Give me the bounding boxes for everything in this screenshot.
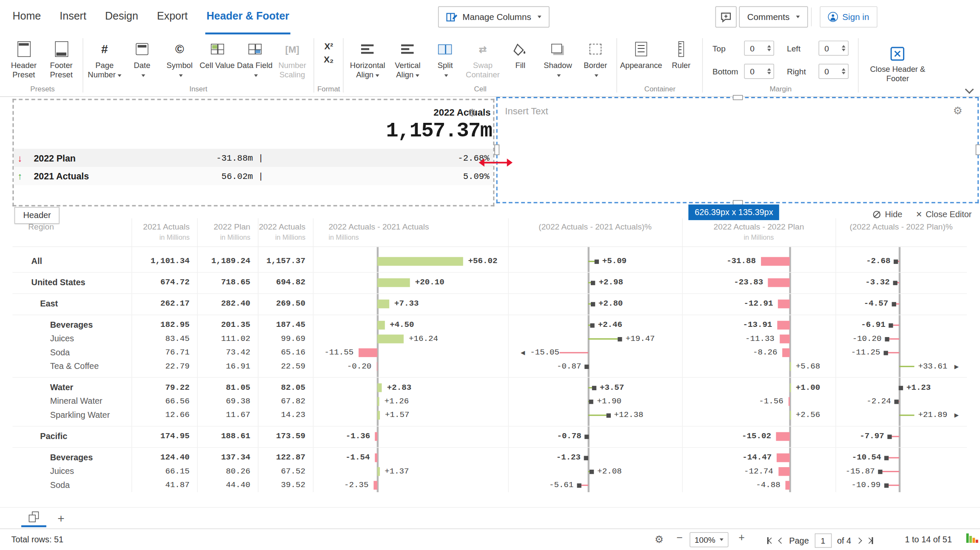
bar-cell-var_abs: -1.54 bbox=[313, 451, 508, 465]
stepper-down-icon[interactable] bbox=[842, 49, 846, 51]
insert-text-placeholder[interactable]: Insert Text bbox=[505, 106, 548, 116]
tab-home[interactable]: Home bbox=[11, 0, 42, 34]
stepper-up-icon[interactable] bbox=[842, 68, 846, 71]
swap-container-button[interactable]: ⇄ Swap Container bbox=[464, 36, 501, 80]
header-text-container[interactable]: Insert Text ⚙ bbox=[496, 97, 979, 203]
value-cell-a2022: 122.87 bbox=[258, 451, 313, 465]
margin-top-stepper[interactable]: Top 0 bbox=[712, 41, 775, 56]
table-row-east[interactable]: East262.17282.40269.50+7.33+2.80-12.91-4… bbox=[12, 297, 967, 311]
cell-value-button[interactable]: Cell Value bbox=[199, 36, 235, 71]
chevron-down-icon bbox=[796, 16, 800, 18]
text-settings-gear-icon[interactable]: ⚙ bbox=[953, 106, 962, 116]
zoom-in-button[interactable]: + bbox=[738, 532, 745, 544]
column-header-var_pct[interactable]: (2022 Actuals - 2021 Actuals)% bbox=[508, 210, 682, 247]
hide-button[interactable]: Hide bbox=[872, 210, 902, 219]
shadow-button[interactable]: Shadow bbox=[540, 36, 576, 80]
close-header-footer-button[interactable]: Close Header & Footer bbox=[859, 34, 936, 96]
manage-columns-button[interactable]: Manage Columns bbox=[438, 6, 550, 28]
horizontal-align-button[interactable]: Horizontal Align bbox=[347, 36, 388, 80]
tab-export[interactable]: Export bbox=[156, 0, 189, 34]
split-button[interactable]: Split bbox=[427, 36, 463, 80]
stepper-down-icon[interactable] bbox=[767, 49, 771, 51]
fill-button[interactable]: Fill bbox=[502, 36, 538, 71]
number-scaling-button[interactable]: [M] Number Scaling bbox=[274, 36, 310, 80]
table-row-all[interactable]: All1,101.341,189.241,157.37+56.02+5.09-3… bbox=[12, 255, 967, 268]
bar-cell-pvar_abs: -15.02 bbox=[682, 430, 835, 443]
table-row-pacific[interactable]: Pacific174.95188.61173.59-1.36-0.78-15.0… bbox=[12, 430, 967, 443]
tab-insert[interactable]: Insert bbox=[58, 0, 87, 34]
table-row-soda[interactable]: Soda41.8744.4039.52-2.35-5.61-4.88-10.99 bbox=[12, 479, 967, 492]
tab-design[interactable]: Design bbox=[104, 0, 140, 34]
settings-gear-icon[interactable]: ⚙ bbox=[655, 533, 664, 545]
border-button[interactable]: Border bbox=[577, 36, 613, 80]
table-row-water[interactable]: Water79.2281.0582.05+2.83+3.57+1.00+1.23 bbox=[12, 381, 967, 394]
add-sheet-button[interactable]: + bbox=[57, 512, 64, 525]
header-kpi-container[interactable]: ⚙ 2022 Actuals 1,157.37m ↓2022 Plan-31.8… bbox=[12, 99, 494, 206]
next-page-button[interactable] bbox=[857, 536, 861, 545]
stepper-down-icon[interactable] bbox=[842, 72, 846, 75]
superscript-button[interactable]: X² bbox=[319, 41, 338, 51]
value-cell-p2022: 188.61 bbox=[197, 430, 258, 443]
value-cell-a2022: 99.69 bbox=[258, 332, 313, 346]
first-page-button[interactable] bbox=[767, 536, 774, 545]
vertical-align-button[interactable]: Vertical Align bbox=[390, 36, 426, 80]
table-row-sparkling-water[interactable]: Sparkling Water12.6611.6714.23+1.57+12.3… bbox=[12, 408, 967, 422]
stepper-down-icon[interactable] bbox=[767, 72, 771, 75]
add-comment-button[interactable] bbox=[715, 6, 737, 28]
page-label: Page bbox=[789, 536, 809, 545]
column-header-a2022[interactable]: 2022 Actualsin Millions bbox=[258, 210, 313, 247]
resize-handle-right[interactable] bbox=[976, 145, 980, 155]
stepper-up-icon[interactable] bbox=[767, 45, 771, 48]
kpi-settings-gear-icon[interactable]: ⚙ bbox=[467, 108, 477, 118]
zoom-out-button[interactable]: − bbox=[676, 532, 683, 544]
ribbon: Header Preset Footer Preset Presets # Pa… bbox=[0, 34, 980, 97]
header-preset-button[interactable]: Header Preset bbox=[6, 36, 42, 80]
bar-cell-var_abs: +1.37 bbox=[313, 465, 508, 478]
table-row-beverages[interactable]: Beverages124.40137.34122.87-1.54-1.23-14… bbox=[12, 451, 967, 465]
page-number-input[interactable]: 1 bbox=[815, 533, 832, 548]
margin-right-stepper[interactable]: Right 0 bbox=[787, 64, 849, 79]
previous-page-button[interactable] bbox=[779, 536, 783, 545]
stepper-up-icon[interactable] bbox=[767, 68, 771, 71]
table-row-soda[interactable]: Soda76.7173.4265.16-11.55◀-15.05-8.26-11… bbox=[12, 346, 967, 360]
column-header-a2021[interactable]: 2021 Actualsin Millions bbox=[131, 210, 197, 247]
table-row-mineral-water[interactable]: Mineral Water66.5669.3867.82+1.26+1.90-1… bbox=[12, 394, 967, 408]
chevron-down-icon bbox=[557, 74, 561, 77]
table-row-united-states[interactable]: United States674.72718.65694.82+20.10+2.… bbox=[12, 276, 967, 289]
stepper-up-icon[interactable] bbox=[842, 45, 846, 48]
resize-handle-top[interactable] bbox=[732, 95, 743, 100]
ruler-button[interactable]: Ruler bbox=[663, 36, 699, 71]
resize-handle-left[interactable] bbox=[494, 145, 499, 155]
table-row-juices[interactable]: Juices66.1580.2667.52+1.37+2.08-12.74-15… bbox=[12, 465, 967, 478]
table-row-beverages[interactable]: Beverages182.95201.35187.45+4.50+2.46-13… bbox=[12, 318, 967, 332]
appearance-button[interactable]: Appearance bbox=[621, 36, 662, 71]
sign-in-button[interactable]: Sign in bbox=[820, 6, 877, 28]
page-number-button[interactable]: # Page Number bbox=[86, 36, 122, 80]
pin-cell-pvar_pct: +33.61▶ bbox=[835, 360, 967, 373]
resize-arrow-icon[interactable] bbox=[478, 158, 513, 168]
collapse-ribbon-button[interactable] bbox=[966, 86, 973, 93]
column-header-var_abs[interactable]: 2022 Actuals - 2021 Actualsin Millions bbox=[313, 210, 508, 247]
row-name-cell: Sparkling Water bbox=[12, 408, 131, 422]
zoom-level-dropdown[interactable]: 100% bbox=[689, 532, 728, 547]
close-icon: × bbox=[916, 209, 922, 219]
subscript-button[interactable]: X₂ bbox=[319, 54, 338, 65]
table-row-juices[interactable]: Juices83.45111.0299.69+16.24+19.47-11.33… bbox=[12, 332, 967, 346]
column-header-p2022[interactable]: 2022 Planin Millions bbox=[197, 210, 258, 247]
comments-button[interactable]: Comments bbox=[739, 6, 808, 28]
manage-columns-icon bbox=[446, 11, 458, 22]
data-field-button[interactable]: Data Field bbox=[236, 36, 273, 80]
margin-left-stepper[interactable]: Left 0 bbox=[787, 41, 849, 56]
close-editor-button[interactable]: × Close Editor bbox=[916, 209, 972, 219]
date-button[interactable]: Date bbox=[124, 36, 160, 80]
margin-bottom-stepper[interactable]: Bottom 0 bbox=[712, 64, 775, 79]
last-page-button[interactable] bbox=[867, 536, 873, 545]
symbol-button[interactable]: © Symbol bbox=[162, 36, 198, 80]
footer-preset-button[interactable]: Footer Preset bbox=[43, 36, 80, 80]
active-sheet-tab[interactable] bbox=[21, 512, 46, 527]
bar-cell-pvar_abs: -11.33 bbox=[682, 332, 835, 346]
value-cell-a2021: 124.40 bbox=[131, 451, 197, 465]
table-row-tea-coffee[interactable]: Tea & Coffee22.7916.9122.59-0.20-0.87+5.… bbox=[12, 360, 967, 373]
tab-header-footer[interactable]: Header & Footer bbox=[205, 0, 291, 34]
horizontal-align-icon bbox=[361, 41, 374, 58]
